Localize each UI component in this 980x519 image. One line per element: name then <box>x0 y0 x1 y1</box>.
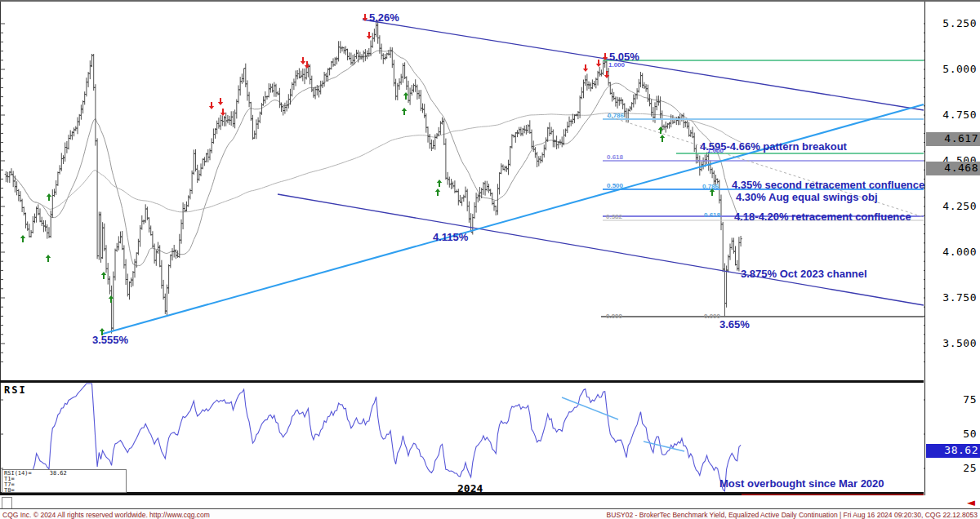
buy-signal-arrow-icon <box>403 92 408 100</box>
chart-canvas[interactable] <box>0 0 980 519</box>
rsi-legend-line: RSI(14)=38.62 <box>4 471 124 477</box>
uptrend-cyan-trendline[interactable] <box>103 104 924 334</box>
status-contract-info: BUSY02 - BrokerTec Benchmark Yield, Equa… <box>607 511 978 519</box>
price-axis-column[interactable] <box>924 0 980 508</box>
cqg-chart-window: 2024 ◄ RSI RSI(14)=38.62 T1= T7= T8= 5.2… <box>0 0 980 519</box>
chart-left-border <box>0 2 1 508</box>
buy-signal-arrow-icon <box>437 180 442 187</box>
sell-signal-arrow-icon <box>305 61 310 69</box>
buy-signal-arrow-icon <box>101 272 106 279</box>
buy-signal-arrow-icon <box>47 193 51 201</box>
window-top-border <box>0 0 980 2</box>
rsi-legend-line: T7= <box>4 482 124 488</box>
status-bar: CQG Inc. © 2024 All rights reserved worl… <box>0 508 980 519</box>
rsi-legend-box[interactable]: RSI(14)=38.62 T1= T7= T8= <box>2 469 127 493</box>
rsi-last-value-badge: 38.62 <box>926 444 980 458</box>
sell-signal-arrow-icon <box>367 32 372 39</box>
rsi-legend-line: T1= <box>4 477 124 482</box>
sell-signal-arrow-icon <box>220 109 225 116</box>
rsi-trend-segment[interactable] <box>644 441 684 451</box>
buy-signal-arrow-icon <box>20 235 25 242</box>
buy-signal-arrow-icon <box>435 189 440 196</box>
rsi-legend-line: T8= <box>4 488 124 494</box>
scroll-left-icon[interactable]: ◄ <box>967 496 975 508</box>
buy-signal-arrow-icon <box>46 255 51 262</box>
minor-downtrend-trendline[interactable] <box>607 116 924 217</box>
main-rsi-divider[interactable] <box>0 380 924 383</box>
price-bars <box>5 20 742 334</box>
year-label: 2024 <box>457 482 483 495</box>
buy-signal-arrow-icon <box>402 108 407 115</box>
time-axis-corner-box[interactable] <box>2 497 12 509</box>
channel-lower-trendline[interactable] <box>278 194 924 305</box>
sell-signal-arrow-icon <box>301 57 305 64</box>
buy-signal-arrow-icon <box>660 135 665 142</box>
status-copyright: CQG Inc. © 2024 All rights reserved worl… <box>2 511 210 519</box>
sell-signal-arrow-icon <box>209 102 214 109</box>
rsi-line <box>33 384 741 491</box>
sell-signal-arrow-icon <box>583 64 588 72</box>
sell-signal-arrow-icon <box>596 60 601 67</box>
rsi-panel-title: RSI <box>4 384 27 396</box>
sell-signal-arrow-icon <box>218 98 223 105</box>
time-axis[interactable] <box>0 495 980 508</box>
future-session-marker <box>742 494 924 495</box>
buy-signal-arrow-icon <box>109 295 114 303</box>
